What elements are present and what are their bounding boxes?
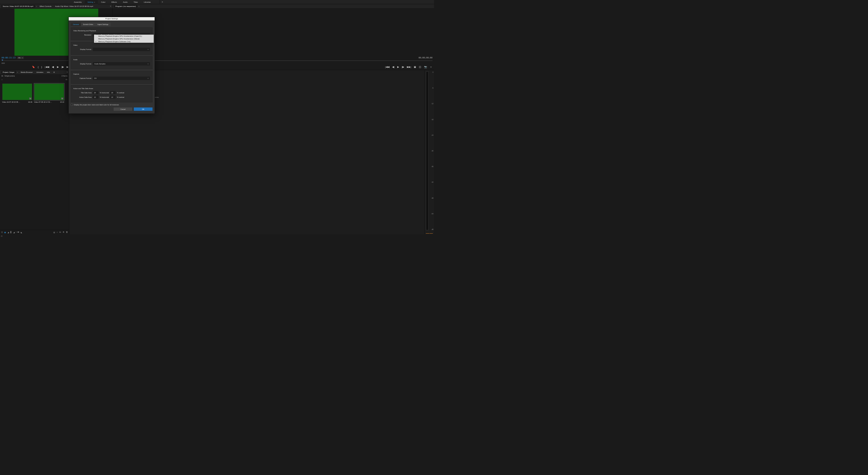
unit-vertical: % vertical <box>117 92 124 94</box>
icon-view-icon[interactable]: ▦ <box>4 231 6 233</box>
ok-button[interactable]: OK <box>134 107 153 111</box>
title-safe-label: Title Safe Area <box>73 92 92 94</box>
workspace-overflow-icon[interactable]: » <box>160 0 164 4</box>
export-frame-button[interactable]: 📷 <box>424 66 427 68</box>
section-title: Capture <box>73 73 150 75</box>
workspace-tab-menu-icon[interactable]: ≡ <box>94 1 95 3</box>
zoom-out-icon[interactable]: ◢ <box>13 231 15 233</box>
playhead-icon[interactable] <box>1 60 3 61</box>
audio-display-format-select[interactable]: Audio Samples <box>93 62 150 66</box>
program-time-ruler[interactable] <box>113 60 434 63</box>
step-forward-button[interactable]: |▶ <box>402 66 404 68</box>
panel-overflow-icon[interactable]: » <box>110 5 111 7</box>
project-tab[interactable]: Project: Sziget <box>1 71 16 74</box>
workspace-tab-audio[interactable]: Audio <box>120 0 130 4</box>
freeform-view-icon[interactable]: ◢ <box>7 231 9 233</box>
unit-horizontal: % horizontal <box>100 96 109 98</box>
extract-button[interactable]: ◫ <box>419 66 421 68</box>
delete-icon[interactable]: 🗑 <box>66 231 68 233</box>
mark-in-button[interactable]: { <box>38 66 38 68</box>
info-tab[interactable]: Info <box>45 71 52 74</box>
program-timecode[interactable]: 00;00;00;00 <box>418 57 433 59</box>
instance-color-label: Display the project item name and label … <box>74 104 119 106</box>
step-back-button[interactable]: ◀| <box>52 66 54 68</box>
program-transport-controls: |◀◀ ◀| ▶ |▶ ▶▶| ▣ ◫ 📷 ＋ <box>113 64 434 70</box>
add-marker-button[interactable]: 🔖 <box>32 66 35 68</box>
audio-clip-mixer-tab[interactable]: Audio Clip Mixer: Video 16-07-18 23 08 0… <box>54 5 95 8</box>
step-back-button[interactable]: ◀| <box>392 66 395 68</box>
project-file-name: Sziget.prproj <box>4 75 15 77</box>
zoom-fit-select[interactable]: Fit <box>17 57 24 59</box>
dialog-title: Project Settings <box>69 17 155 21</box>
lift-button[interactable]: ▣ <box>414 66 416 68</box>
source-tab[interactable]: Source: Video 16-07-18 23 08 06.mp4 <box>1 5 35 8</box>
new-bin-icon[interactable]: 🗀 <box>59 231 61 233</box>
action-safe-v-input[interactable]: 10 <box>110 95 116 99</box>
step-forward-button[interactable]: |▶ <box>61 66 64 68</box>
creative-cloud-icon[interactable]: ◎ <box>1 235 2 237</box>
renderer-option-metal[interactable]: Mercury Playback Engine GPU Acceleration… <box>94 37 154 40</box>
libraries-tab[interactable]: Libraries <box>35 71 45 74</box>
av-badge-icon: ⊞ <box>61 98 63 99</box>
tab-general[interactable]: General <box>71 23 81 26</box>
renderer-option-opencl[interactable]: Mercury Playback Engine GPU Acceleration… <box>94 35 154 37</box>
clip-name: Video 16-07-18 23 08 ... <box>2 101 20 103</box>
instance-color-checkbox[interactable] <box>71 104 73 106</box>
panel-menu-icon[interactable]: ≡ <box>36 5 38 7</box>
sort-icon[interactable]: ▌ <box>10 231 12 233</box>
go-to-in-button[interactable]: |◀◀ <box>45 66 49 68</box>
new-item-icon[interactable]: 🗎 <box>63 231 64 233</box>
effects-tab-truncated[interactable]: E <box>52 71 56 74</box>
meter-tick: 0 <box>433 71 433 73</box>
clip-item[interactable]: ⊞ Video 07-08-18 14 53 ... 10:22 <box>34 83 64 103</box>
find-icon[interactable]: ⌕ <box>57 231 58 233</box>
title-safe-h-input[interactable]: 20 <box>93 91 98 94</box>
workspace-tab-effects[interactable]: Effects <box>108 0 120 4</box>
go-to-in-button[interactable]: |◀◀ <box>385 66 390 68</box>
project-panel: Project: Sziget ≡ Media Browser Librarie… <box>0 70 69 234</box>
workspace-tab-libraries[interactable]: Libraries <box>141 0 154 4</box>
tab-ingest-settings[interactable]: Ingest Settings <box>95 23 110 26</box>
thumbnail-size-slider[interactable] <box>16 232 20 232</box>
video-display-format-select[interactable] <box>93 47 150 51</box>
source-timecode[interactable]: 00:00:15:13 <box>1 57 16 59</box>
project-settings-dialog: Project Settings General Scratch Disks I… <box>68 17 155 114</box>
play-button[interactable]: ▶ <box>397 66 399 68</box>
cancel-button[interactable]: Cancel <box>114 107 132 111</box>
list-view-icon[interactable]: ☰ <box>1 231 3 233</box>
workspace-tab-color[interactable]: Color <box>98 0 108 4</box>
search-icon[interactable]: ⌕ <box>1 78 3 80</box>
instance-color-check-row: Display the project item name and label … <box>71 104 153 106</box>
workspace-tab-editing[interactable]: Editing ≡ <box>85 0 98 4</box>
zoom-in-icon[interactable]: ◣ <box>21 231 22 233</box>
clip-duration: 10:22 <box>60 101 64 103</box>
unit-vertical: % vertical <box>117 96 124 98</box>
meter-tick: -24 <box>431 134 433 136</box>
new-bin-icon[interactable]: 🗀 <box>66 78 67 80</box>
program-tab[interactable]: Program: (no sequences) <box>114 5 137 8</box>
panel-menu-icon[interactable]: ≡ <box>17 71 19 73</box>
media-browser-tab[interactable]: Media Browser <box>19 71 34 74</box>
go-to-out-button[interactable]: ▶▶| <box>407 66 411 68</box>
tab-scratch-disks[interactable]: Scratch Disks <box>81 23 96 26</box>
mark-out-button[interactable]: } <box>41 66 42 68</box>
play-button[interactable]: ▶ <box>57 66 59 68</box>
workspace-tab-titles[interactable]: Titles <box>130 0 141 4</box>
title-safe-v-input[interactable]: 20 <box>110 91 116 94</box>
effect-controls-tab[interactable]: Effect Controls <box>38 5 53 8</box>
program-scrubber[interactable] <box>113 63 434 64</box>
status-bar: ◎ <box>0 234 434 238</box>
action-safe-h-input[interactable]: 10 <box>93 95 98 99</box>
solo-left-icon[interactable] <box>426 233 429 234</box>
clip-item[interactable]: ⊞ Video 16-07-18 23 08 ... 16:26 <box>2 83 32 103</box>
workspace-tab-assembly[interactable]: Assembly <box>71 0 85 4</box>
capture-format-select[interactable]: DV <box>93 76 150 80</box>
panel-menu-icon[interactable]: ≡ <box>138 5 140 7</box>
automate-icon[interactable]: ▥ <box>53 231 55 233</box>
panel-overflow-icon[interactable]: » <box>67 71 68 73</box>
button-editor-icon[interactable]: ＋ <box>430 65 432 69</box>
renderer-option-software[interactable]: Mercury Playback Engine Software Only <box>94 40 154 43</box>
solo-right-icon[interactable] <box>430 233 433 234</box>
scrubber-handle[interactable] <box>1 63 5 64</box>
av-badge-icon: ⊞ <box>29 98 31 99</box>
